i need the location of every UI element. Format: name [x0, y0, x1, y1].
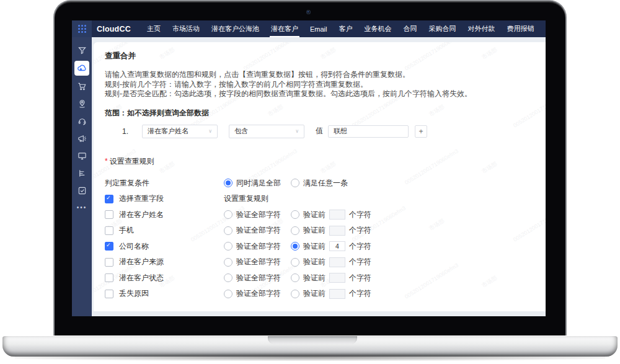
value-input[interactable]	[328, 125, 409, 138]
prefix-count-input[interactable]	[329, 289, 345, 299]
sidebar-item-more[interactable]: •••	[72, 199, 92, 216]
condition-option-any[interactable]: 满足任意一条	[291, 178, 534, 189]
nav-item-campaigns[interactable]: 市场活动	[171, 20, 201, 37]
checkbox-icon[interactable]	[105, 290, 113, 298]
nav-item-purchase-contracts[interactable]: 采购合同	[427, 20, 457, 37]
prefix-match-option[interactable]: 验证前 个字符	[291, 288, 534, 299]
radio-icon[interactable]	[291, 226, 299, 235]
dedupe-merge-card: 0052012001719060efm3市场部0052012001719060e…	[94, 42, 546, 311]
full-match-option[interactable]: 验证全部字符	[224, 288, 291, 299]
sidebar-item-funnel[interactable]	[72, 42, 92, 59]
field-row-company-name[interactable]: 公司名称	[105, 241, 224, 252]
field-select[interactable]: 潜在客户姓名 ∨	[142, 125, 218, 138]
sidebar-item-campaign[interactable]	[72, 130, 92, 147]
full-match-option[interactable]: 验证全部字符	[224, 273, 291, 283]
required-mark: *	[105, 157, 108, 166]
main-area: 0052012001719060efm3市场部0052012001719060e…	[92, 37, 546, 316]
full-match-option[interactable]: 验证全部字符	[224, 257, 291, 267]
rules-grid: 判定重复条件 同时满足全部 满足任意一条	[105, 178, 534, 300]
chevron-down-icon: ∨	[295, 128, 299, 134]
prefix-match-option[interactable]: 验证前 个字符	[291, 225, 534, 236]
more-ellipsis-icon: •••	[77, 206, 87, 210]
nav-item-opportunities[interactable]: 业务机会	[363, 20, 392, 37]
full-match-option[interactable]: 验证全部字符	[224, 225, 291, 236]
sidebar-item-cloud[interactable]	[72, 59, 92, 78]
sidebar-item-monitor[interactable]	[72, 147, 92, 164]
field-row-lost-reason[interactable]: 丢失原因	[105, 288, 224, 299]
prefix-match-option[interactable]: 验证前 个字符	[291, 273, 534, 283]
prefix-match-option[interactable]: 验证前 个字符	[291, 257, 534, 267]
nav-item-outbound-payment[interactable]: 对外付款	[466, 20, 496, 37]
nav-item-expense-report[interactable]: 费用报销	[505, 20, 535, 37]
fields-header-cell[interactable]: 选择查重字段	[105, 193, 224, 204]
prefix-count-input[interactable]	[329, 210, 345, 220]
laptop-shadow	[15, 353, 605, 361]
funnel-icon	[78, 46, 87, 55]
operator-select[interactable]: 包含 ∨	[229, 125, 304, 138]
task-check-icon	[78, 186, 87, 195]
sidebar-item-location[interactable]	[72, 95, 92, 112]
main-nav: 主页 市场活动 潜在客户公海池 潜在客户 Email 客户 业务机会 合同 采购…	[146, 20, 546, 37]
prefix-count-input[interactable]	[329, 241, 345, 251]
prefix-count-input[interactable]	[329, 273, 345, 283]
nav-item-home[interactable]: 主页	[146, 20, 162, 37]
checkbox-icon[interactable]	[105, 242, 113, 251]
field-row-lead-name[interactable]: 潜在客户姓名	[105, 210, 224, 220]
chart-icon	[78, 169, 87, 178]
webcam-icon	[306, 10, 311, 14]
nav-item-more[interactable]: 更多▾	[544, 20, 546, 37]
radio-icon[interactable]	[224, 290, 232, 298]
radio-icon[interactable]	[291, 290, 299, 298]
description-line: 规则-按前几个字符：请输入数字，按输入数字的前几个相同字符查询重复数据。	[105, 80, 534, 90]
prefix-match-option[interactable]: 验证前 个字符	[291, 241, 534, 252]
nav-item-email[interactable]: Email	[309, 22, 329, 37]
full-match-option[interactable]: 验证全部字符	[224, 210, 291, 220]
nav-item-contracts[interactable]: 合同	[402, 20, 418, 37]
radio-icon[interactable]	[224, 273, 232, 282]
checkbox-icon[interactable]	[105, 210, 113, 219]
sidebar-item-support[interactable]	[72, 112, 92, 130]
condition-label: 判定重复条件	[105, 178, 224, 189]
field-row-lead-source[interactable]: 潜在客户来源	[105, 257, 224, 267]
nav-item-leads[interactable]: 潜在客户	[270, 20, 299, 37]
add-condition-button[interactable]: +	[415, 125, 427, 138]
monitor-icon	[78, 151, 87, 161]
radio-icon[interactable]	[224, 242, 232, 251]
condition-option-all[interactable]: 同时满足全部	[224, 178, 291, 189]
nav-item-lead-pool[interactable]: 潜在客户公海池	[210, 20, 260, 37]
prefix-count-input[interactable]	[329, 226, 345, 236]
rules-header-cell: 设置重复规则	[224, 193, 534, 204]
radio-icon[interactable]	[224, 179, 232, 187]
radio-icon[interactable]	[224, 258, 232, 267]
active-item-box	[74, 61, 89, 76]
sidebar-item-report[interactable]	[72, 164, 92, 182]
prefix-match-option[interactable]: 验证前 个字符	[291, 210, 534, 220]
app-launcher-button[interactable]	[72, 20, 92, 37]
radio-icon[interactable]	[291, 258, 299, 267]
chevron-down-icon: ∨	[208, 128, 212, 134]
grid-icon	[78, 25, 86, 33]
radio-icon[interactable]	[224, 226, 232, 235]
scope-filter-row: 1. 潜在客户姓名 ∨ 包含 ∨ 值	[122, 125, 534, 138]
location-person-icon	[78, 99, 87, 109]
sidebar-item-cart[interactable]	[72, 78, 92, 95]
sidebar-item-tasks[interactable]	[72, 182, 92, 199]
field-row-lead-status[interactable]: 潜在客户状态	[105, 273, 224, 283]
radio-icon[interactable]	[291, 210, 299, 219]
field-row-mobile[interactable]: 手机	[105, 225, 224, 236]
nav-item-accounts[interactable]: 客户	[337, 20, 353, 37]
top-navbar: CloudCC 主页 市场活动 潜在客户公海池 潜在客户 Email 客户 业务…	[72, 20, 546, 37]
radio-icon[interactable]	[291, 179, 299, 187]
full-match-option[interactable]: 验证全部字符	[224, 241, 291, 252]
checkbox-icon[interactable]	[105, 195, 113, 203]
checkbox-icon[interactable]	[105, 226, 113, 235]
radio-icon[interactable]	[291, 273, 299, 282]
prefix-count-input[interactable]	[329, 257, 345, 267]
rules-heading: *设置查重规则	[105, 156, 534, 167]
megaphone-icon	[78, 134, 87, 143]
checkbox-icon[interactable]	[105, 273, 113, 282]
checkbox-icon[interactable]	[105, 258, 113, 267]
radio-icon[interactable]	[224, 210, 232, 219]
description-line: 规则-是否完全匹配：勾选此选项，按字段的相同数据查询重复数据。勾选此选项后，按前…	[105, 89, 534, 99]
radio-icon[interactable]	[291, 242, 299, 251]
